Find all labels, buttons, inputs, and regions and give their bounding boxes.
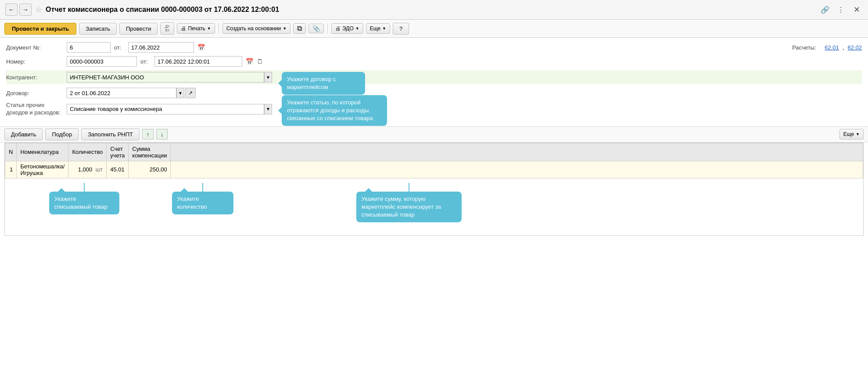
create-base-button[interactable]: Создать на основании ▼ xyxy=(222,23,291,34)
back-button[interactable]: ← xyxy=(5,4,18,16)
table-wrapper: N Номенклатура Количество Счет учета Сум… xyxy=(4,143,864,236)
help-button[interactable]: ? xyxy=(393,23,409,35)
tooltip-qty-line xyxy=(202,183,203,192)
menu-icon[interactable]: ⋮ xyxy=(835,4,847,16)
contragent-input[interactable] xyxy=(67,72,264,82)
nomer-input[interactable] xyxy=(67,56,137,67)
doc-from-label: от: xyxy=(114,44,125,51)
close-button[interactable]: ✕ xyxy=(850,4,863,16)
doc-number-row: Документ №: от: 📅 Расчеты: 62.01 , 62.02 xyxy=(6,42,862,53)
statya-label: Статья прочих доходов и расходов: xyxy=(6,102,63,117)
post-close-button[interactable]: Провести и закрыть xyxy=(4,23,76,35)
table-more-button[interactable]: Еще ▼ xyxy=(839,129,864,139)
cell-n: 1 xyxy=(5,161,17,178)
page-title: Отчет комиссионера о списании 0000-00000… xyxy=(46,6,815,14)
title-actions: 🔗 ⋮ ✕ xyxy=(819,4,863,16)
dtkt-button[interactable]: Дт Кт xyxy=(160,22,174,35)
tooltip-sum-anchor: Укажите сумму, которую маркетплейс компе… xyxy=(356,183,462,223)
nav-buttons: ← → xyxy=(5,4,32,16)
cell-nomenclature: Бетономешалка/ Игрушка xyxy=(17,161,68,178)
doc-icon[interactable]: 🗒 xyxy=(257,58,263,65)
col-nomenclature: Номенклатура xyxy=(17,143,68,161)
toolbar: Провести и закрыть Записать Провести Дт … xyxy=(0,20,868,38)
cell-sum: 250,00 xyxy=(129,161,171,178)
toolbar2: Добавить Подбор Заполнить РНПТ ↑ ↓ Еще ▼ xyxy=(0,126,868,143)
add-button[interactable]: Добавить xyxy=(4,128,43,140)
statya-input[interactable] xyxy=(67,104,264,114)
statya-field-wrap: ▼ Укажите статью, по которой отражаются … xyxy=(67,104,272,114)
nomer-date-input[interactable] xyxy=(154,56,242,67)
tooltip-sum-bubble: Укажите сумму, которую маркетплейс компе… xyxy=(356,192,462,223)
tooltip-row: Укажите списываемый товар Укажите количе… xyxy=(5,178,863,235)
tooltip-item-line xyxy=(84,183,85,192)
paperclip-button[interactable]: 📎 xyxy=(308,24,324,33)
nomer-from-label: от: xyxy=(140,58,151,65)
tooltip-statya-bubble: Укажите статью, по которой отражаются до… xyxy=(282,95,387,126)
raschet-link-1[interactable]: 62.01 xyxy=(825,44,839,51)
save-button[interactable]: Записать xyxy=(79,23,117,35)
contragent-label: Контрагент: xyxy=(6,74,63,81)
raschet-link-2[interactable]: 62.02 xyxy=(847,44,862,51)
col-qty: Количество xyxy=(68,143,107,161)
contragent-row: Контрагент: ▼ Укажите договор с маркетпл… xyxy=(6,70,862,84)
pick-button[interactable]: Подбор xyxy=(45,128,79,140)
separator2 xyxy=(327,23,328,34)
dog-open-btn[interactable]: ↗ xyxy=(185,88,196,98)
tooltip-qty-anchor: Укажите количество xyxy=(172,183,233,214)
rnpt-button[interactable]: Заполнить РНПТ xyxy=(81,128,140,140)
copy-button[interactable]: ⧉ xyxy=(293,23,306,34)
dog-input[interactable] xyxy=(67,88,176,98)
title-bar: ← → ☆ Отчет комиссионера о списании 0000… xyxy=(0,0,868,20)
data-table: N Номенклатура Количество Счет учета Сум… xyxy=(5,143,863,235)
col-n: N xyxy=(5,143,17,161)
statya-row: Статья прочих доходов и расходов: ▼ Укаж… xyxy=(6,102,862,117)
post-button[interactable]: Провести xyxy=(119,23,158,35)
form-area: Документ №: от: 📅 Расчеты: 62.01 , 62.02… xyxy=(0,38,868,125)
print-button[interactable]: 🖨 Печать ▼ xyxy=(177,23,215,34)
move-down-button[interactable]: ↓ xyxy=(156,129,168,139)
cell-account: 45.01 xyxy=(107,161,129,178)
col-extra xyxy=(171,143,863,161)
forward-button[interactable]: → xyxy=(19,4,32,16)
edo-icon: 🖨 xyxy=(335,25,341,32)
dog-row: Договор: ▼ ↗ xyxy=(6,88,862,98)
statya-dropdown-btn[interactable]: ▼ xyxy=(264,104,272,114)
table-row[interactable]: 1 Бетономешалка/ Игрушка 1,000 шт 45.01 … xyxy=(5,161,863,178)
tooltip-sum-line xyxy=(409,183,409,192)
contragent-dropdown-btn[interactable]: ▼ xyxy=(264,72,272,82)
cell-qty: 1,000 шт xyxy=(68,161,107,178)
nomer-row: Номер: от: 📅 🗒 xyxy=(6,56,862,67)
nomer-label: Номер: xyxy=(6,58,63,65)
separator1 xyxy=(219,23,219,34)
doc-number-label: Документ №: xyxy=(6,44,63,51)
doc-date-input[interactable] xyxy=(128,42,194,53)
dog-field-wrap: ▼ ↗ xyxy=(67,88,196,98)
favorite-icon[interactable]: ☆ xyxy=(35,5,42,14)
col-account: Счет учета xyxy=(107,143,129,161)
calendar-icon-2[interactable]: 📅 xyxy=(246,58,253,65)
col-sum: Сумма компенсации xyxy=(129,143,171,161)
move-up-button[interactable]: ↑ xyxy=(142,129,154,139)
edo-button[interactable]: 🖨 ЭДО ▼ xyxy=(331,23,363,34)
dog-dropdown-btn[interactable]: ▼ xyxy=(176,88,184,98)
toolbar2-right: Еще ▼ xyxy=(839,129,864,139)
link-icon[interactable]: 🔗 xyxy=(819,4,831,16)
tooltip-item-bubble: Укажите списываемый товар xyxy=(49,192,119,214)
tooltip-qty-bubble: Укажите количество xyxy=(172,192,233,214)
tooltip-overlay: Укажите списываемый товар Укажите количе… xyxy=(5,178,863,235)
raschet-label: Расчеты: xyxy=(792,44,816,51)
printer-icon: 🖨 xyxy=(181,25,186,32)
doc-number-input[interactable] xyxy=(67,42,111,53)
calendar-icon-1[interactable]: 📅 xyxy=(197,44,205,51)
contragent-field-wrap: ▼ Укажите договор с маркетплейсом xyxy=(67,72,272,82)
tooltip-item-anchor: Укажите списываемый товар xyxy=(49,183,119,214)
dog-label: Договор: xyxy=(6,90,63,96)
more-button[interactable]: Еще ▼ xyxy=(366,23,390,34)
table-header-row: N Номенклатура Количество Счет учета Сум… xyxy=(5,143,863,161)
